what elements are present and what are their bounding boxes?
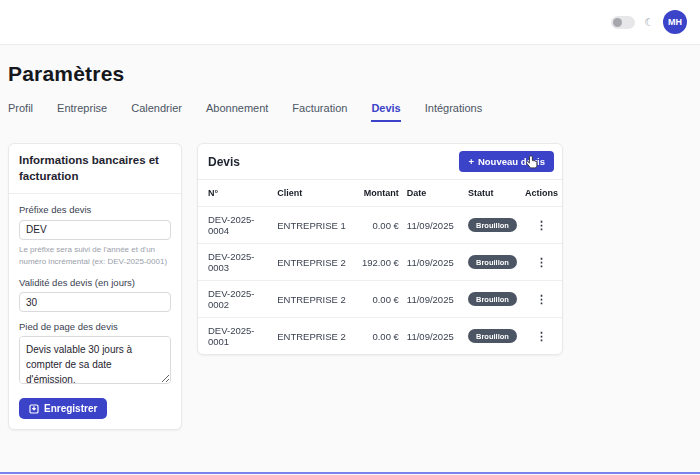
- quote-number: DEV-2025-0001: [198, 318, 273, 355]
- col-header-client: Client: [273, 180, 352, 207]
- quotes-table-body: DEV-2025-0004ENTREPRISE 10.00 €11/09/202…: [198, 207, 562, 355]
- new-quote-button[interactable]: + Nouveau devis: [459, 151, 554, 172]
- plus-icon: +: [468, 156, 474, 167]
- billing-settings-card: Informations bancaires et facturation Pr…: [8, 143, 182, 430]
- row-actions-menu-button[interactable]: ⋮: [532, 294, 551, 305]
- col-header-status: Statut: [464, 180, 521, 207]
- row-actions-menu-button[interactable]: ⋮: [532, 220, 551, 231]
- footer-label: Pied de page des devis: [19, 321, 171, 332]
- theme-toggle[interactable]: [611, 16, 635, 29]
- footer-textarea[interactable]: Devis valable 30 jours à compter de sa d…: [19, 336, 171, 384]
- tab-abonnement[interactable]: Abonnement: [206, 102, 268, 122]
- table-row: DEV-2025-0004ENTREPRISE 10.00 €11/09/202…: [198, 207, 562, 244]
- status-badge: Brouillon: [468, 292, 517, 306]
- quote-status: Brouillon: [464, 207, 521, 244]
- quotes-card-title: Devis: [208, 155, 240, 169]
- quote-number: DEV-2025-0004: [198, 207, 273, 244]
- quote-actions: ⋮: [521, 207, 562, 244]
- quote-date: 11/09/2025: [403, 281, 464, 318]
- tabs: ProfilEntrepriseCalendrierAbonnementFact…: [8, 102, 692, 122]
- table-header-row: N° Client Montant Date Statut Actions: [198, 180, 562, 207]
- col-header-actions: Actions: [521, 180, 562, 207]
- quote-amount: 0.00 €: [352, 281, 403, 318]
- billing-card-title: Informations bancaires et facturation: [9, 144, 181, 194]
- quote-actions: ⋮: [521, 281, 562, 318]
- row-actions-menu-button[interactable]: ⋮: [532, 331, 551, 342]
- quote-status: Brouillon: [464, 318, 521, 355]
- status-badge: Brouillon: [468, 218, 517, 232]
- quote-client: ENTREPRISE 2: [273, 244, 352, 281]
- quote-date: 11/09/2025: [403, 244, 464, 281]
- moon-icon[interactable]: ☾: [644, 17, 654, 28]
- quote-amount: 0.00 €: [352, 207, 403, 244]
- validity-input[interactable]: [19, 292, 171, 312]
- quotes-card: Devis + Nouveau devis N° Client: [197, 143, 563, 355]
- quote-client: ENTREPRISE 2: [273, 281, 352, 318]
- save-button[interactable]: Enregistrer: [19, 398, 107, 419]
- quote-status: Brouillon: [464, 281, 521, 318]
- quote-date: 11/09/2025: [403, 207, 464, 244]
- save-icon: [29, 404, 39, 414]
- quote-date: 11/09/2025: [403, 318, 464, 355]
- page-title: Paramètres: [8, 62, 692, 86]
- save-button-label: Enregistrer: [44, 403, 97, 414]
- bottom-progress-line: [0, 472, 700, 474]
- tab-facturation[interactable]: Facturation: [292, 102, 347, 122]
- toggle-knob: [613, 18, 622, 27]
- content-row: Informations bancaires et facturation Pr…: [8, 143, 692, 430]
- tab-integrations[interactable]: Intégrations: [425, 102, 482, 122]
- table-row: DEV-2025-0003ENTREPRISE 2192.00 €11/09/2…: [198, 244, 562, 281]
- validity-label: Validité des devis (en jours): [19, 277, 171, 288]
- quote-actions: ⋮: [521, 244, 562, 281]
- quote-actions: ⋮: [521, 318, 562, 355]
- main-content: Paramètres ProfilEntrepriseCalendrierAbo…: [0, 45, 700, 430]
- col-header-number: N°: [198, 180, 273, 207]
- prefix-input[interactable]: [19, 220, 171, 240]
- tab-devis[interactable]: Devis: [371, 102, 400, 122]
- prefix-help-text: Le préfixe sera suivi de l'année et d'un…: [19, 244, 171, 268]
- status-badge: Brouillon: [468, 255, 517, 269]
- table-row: DEV-2025-0001ENTREPRISE 20.00 €11/09/202…: [198, 318, 562, 355]
- quotes-card-header: Devis + Nouveau devis: [198, 144, 562, 180]
- tab-entreprise[interactable]: Entreprise: [57, 102, 107, 122]
- status-badge: Brouillon: [468, 329, 517, 343]
- table-row: DEV-2025-0002ENTREPRISE 20.00 €11/09/202…: [198, 281, 562, 318]
- quote-number: DEV-2025-0002: [198, 281, 273, 318]
- tab-profil[interactable]: Profil: [8, 102, 33, 122]
- col-header-amount: Montant: [352, 180, 403, 207]
- quote-client: ENTREPRISE 1: [273, 207, 352, 244]
- billing-card-body: Préfixe des devis Le préfixe sera suivi …: [9, 194, 181, 429]
- prefix-label: Préfixe des devis: [19, 204, 171, 215]
- app-window: ☾ MH Paramètres ProfilEntrepriseCalendri…: [0, 0, 700, 475]
- row-actions-menu-button[interactable]: ⋮: [532, 257, 551, 268]
- tab-calendrier[interactable]: Calendrier: [131, 102, 182, 122]
- quote-status: Brouillon: [464, 244, 521, 281]
- quote-client: ENTREPRISE 2: [273, 318, 352, 355]
- top-bar: ☾ MH: [0, 0, 700, 45]
- col-header-date: Date: [403, 180, 464, 207]
- new-quote-button-label: Nouveau devis: [478, 156, 545, 167]
- avatar[interactable]: MH: [663, 10, 687, 34]
- quote-amount: 192.00 €: [352, 244, 403, 281]
- quote-amount: 0.00 €: [352, 318, 403, 355]
- quotes-table: N° Client Montant Date Statut Actions DE…: [198, 180, 562, 354]
- quote-number: DEV-2025-0003: [198, 244, 273, 281]
